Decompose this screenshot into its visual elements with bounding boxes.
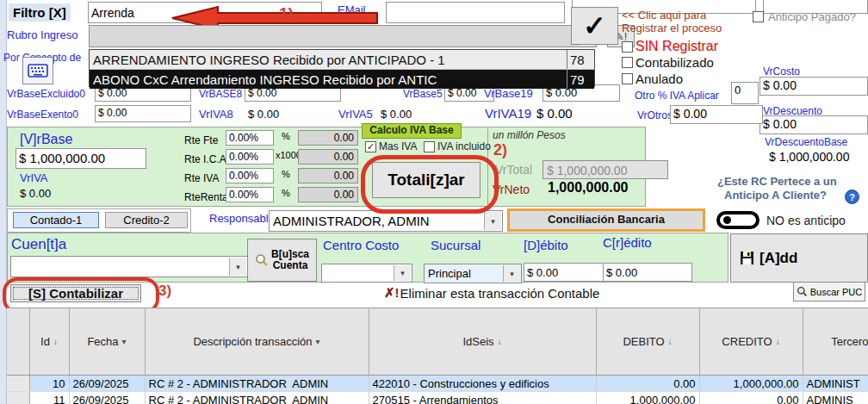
cell-idseis[interactable]: 270515 - Arrendamientos	[369, 392, 596, 404]
rte-ica-label: Rte I.C.A	[184, 153, 226, 165]
cell-descripcion[interactable]: RC # 2 - ADMINISTRADOR ADMIN	[145, 376, 369, 392]
filter-icon[interactable]: ▾	[315, 337, 319, 346]
toggle-knob[interactable]	[723, 216, 731, 224]
anticipo-toggle[interactable]	[716, 211, 760, 229]
keyboard-button[interactable]	[22, 57, 53, 84]
search-icon	[255, 253, 269, 267]
iva-incluido-checkbox[interactable]: IVA incluido	[424, 140, 491, 152]
col-label: DEBITO	[623, 335, 664, 348]
vrdescuento-field[interactable]: $ 0.00	[760, 115, 868, 134]
cell-debito[interactable]: 0.00	[596, 376, 699, 392]
registrar-proceso-button[interactable]: ✓	[571, 7, 618, 45]
checkbox-box[interactable]	[424, 141, 435, 152]
search-icon	[797, 286, 808, 297]
checkbox-box[interactable]	[753, 11, 764, 22]
cuenta-combobox[interactable]: ▾	[10, 256, 248, 277]
eliminar-transaccion-link[interactable]: ✗! Eliminar esta transacción Contable	[384, 285, 599, 301]
busca-cuenta-button[interactable]: B[u]sca Cuenta	[247, 239, 317, 282]
sort-icon[interactable]: ↓	[498, 337, 502, 346]
credito-input[interactable]	[603, 263, 692, 282]
chevron-down-icon[interactable]: ▾	[484, 212, 501, 230]
sin-registrar-checkbox[interactable]: SIN Registrar	[622, 39, 718, 54]
conciliacion-bancaria-button[interactable]: Conciliación Bancaria	[507, 208, 705, 232]
responsable-combobox[interactable]: ADMINISTRADOR, ADMIN ▾	[269, 210, 503, 232]
add-button[interactable]: [A]dd	[730, 233, 868, 283]
col-label: Id	[40, 335, 50, 348]
anticipo-question-line2: Anticipo A Cliente?	[717, 189, 837, 202]
chevron-down-icon[interactable]: ▾	[229, 258, 246, 276]
select-all-corner[interactable]	[7, 308, 29, 376]
filter-icon[interactable]: ▾	[122, 337, 127, 346]
cell-tercero[interactable]: ADMINIS	[803, 392, 868, 404]
cell-debito[interactable]: 1,000,000.00	[596, 392, 699, 404]
col-header-credito[interactable]: CREDITO↓	[699, 308, 803, 376]
totalizar-button[interactable]: Totali[z]ar	[372, 162, 480, 198]
rte-iva-pct-input[interactable]	[226, 168, 274, 183]
buscar-puc-button[interactable]: Buscar PUC	[793, 282, 865, 301]
sort-icon[interactable]: ↓	[53, 337, 58, 346]
dropdown-option-1[interactable]: ARRENDAMIENTO INGRESO Recibido por ANTIC…	[90, 50, 594, 70]
cell-idseis[interactable]: 422010 - Construcciones y edificios	[369, 376, 596, 392]
cell-credito[interactable]: 0.00	[699, 392, 803, 404]
checkbox-box[interactable]	[622, 41, 633, 53]
rte-fte-pct-input[interactable]	[226, 130, 274, 146]
checkbox-box[interactable]	[622, 57, 633, 68]
col-header-tercero[interactable]: Tercero	[803, 308, 868, 376]
rte-renta-pct-input[interactable]	[226, 187, 274, 202]
cell-tercero[interactable]: ADMINIST	[803, 376, 868, 392]
table-row[interactable]: 11 26/09/2025 RC # 2 - ADMINISTRADOR ADM…	[7, 392, 868, 404]
debito-input[interactable]	[524, 263, 608, 282]
cell-descripcion[interactable]: RC # 2 - ADMINISTRADOR ADMIN	[145, 392, 369, 404]
chevron-down-icon[interactable]: ▾	[503, 265, 520, 282]
credito-button[interactable]: Credito-2	[105, 212, 188, 228]
rubro-dropdown-list: ARRENDAMIENTO INGRESO Recibido por ANTIC…	[89, 49, 595, 87]
contado-button[interactable]: Contado-1	[13, 212, 99, 228]
anticipo-pagado-checkbox[interactable]: Anticipo Pagado?	[753, 10, 856, 23]
cell-fecha[interactable]: 26/09/2025	[69, 376, 145, 392]
sucursal-label: Sucursal	[431, 238, 480, 252]
dropdown-option-text: ABONO CxC Arrendamiento INGRESO Recibido…	[90, 72, 567, 87]
vrbase-input[interactable]: $ 1,000,000.00	[16, 148, 146, 169]
rubro-combobox[interactable]: ▾	[89, 25, 597, 47]
cell-id[interactable]: 10	[29, 376, 69, 392]
checkbox-box[interactable]	[622, 73, 633, 84]
vriva5-label: VrIVA5	[338, 108, 373, 121]
vrotros-field[interactable]: $ 0.00	[670, 105, 763, 124]
sucursal-combobox[interactable]: Principal ▾	[424, 264, 522, 283]
dropdown-option-2[interactable]: ABONO CxC Arrendamiento INGRESO Recibido…	[90, 70, 594, 89]
col-header-idseis[interactable]: IdSeis↓	[369, 308, 596, 376]
help-icon[interactable]: ?	[845, 190, 859, 204]
cell-credito[interactable]: 1,000,000.00	[699, 376, 803, 392]
mas-iva-checkbox[interactable]: ✓ Mas IVA	[365, 140, 417, 152]
otro-iva-field[interactable]: 0	[731, 82, 759, 104]
dropdown-option-text: ARRENDAMIENTO INGRESO Recibido por ANTIC…	[90, 53, 567, 67]
rte-renta-row: RteRenta	[184, 189, 228, 204]
vrcosto-field[interactable]: $ 0.00	[760, 77, 868, 96]
contabilizado-checkbox[interactable]: Contabilizado	[622, 55, 714, 70]
table-row[interactable]: 10 26/09/2025 RC # 2 - ADMINISTRADOR ADM…	[7, 376, 868, 392]
chevron-down-icon[interactable]: ▾	[394, 265, 411, 281]
row-selector[interactable]	[7, 376, 29, 392]
anulado-checkbox[interactable]: Anulado	[622, 71, 683, 86]
email-input[interactable]	[386, 2, 565, 23]
col-label: CREDITO	[722, 335, 772, 348]
sort-icon[interactable]: ↓	[668, 337, 673, 346]
vrbaseexento0-field[interactable]: $ 0.00	[95, 105, 191, 122]
cell-id[interactable]: 11	[29, 392, 69, 404]
sort-icon[interactable]: ↓	[776, 337, 780, 346]
dropdown-option-id: 78	[567, 50, 594, 69]
checkbox-box-checked[interactable]: ✓	[365, 141, 376, 152]
col-header-descripcion[interactable]: Descripción transacción▾	[145, 308, 369, 376]
calculo-iva-header: Calculo IVA Base	[362, 123, 462, 139]
contabilizar-button[interactable]: [S] Contabilizar	[10, 284, 141, 302]
centro-costo-combobox[interactable]: ▾	[321, 264, 412, 283]
row-selector[interactable]	[7, 392, 29, 404]
cell-fecha[interactable]: 26/09/2025	[69, 392, 145, 404]
col-header-debito[interactable]: DEBITO↓	[596, 308, 699, 376]
vrneto-value: 1,000,000.00	[548, 180, 628, 196]
rte-ica-pct-input[interactable]	[226, 149, 274, 165]
col-header-fecha[interactable]: Fecha▾	[69, 308, 145, 376]
rte-fte-value: 0.00	[298, 130, 358, 146]
rte-renta-label: RteRenta	[184, 191, 228, 203]
col-header-id[interactable]: Id↓	[29, 308, 69, 376]
